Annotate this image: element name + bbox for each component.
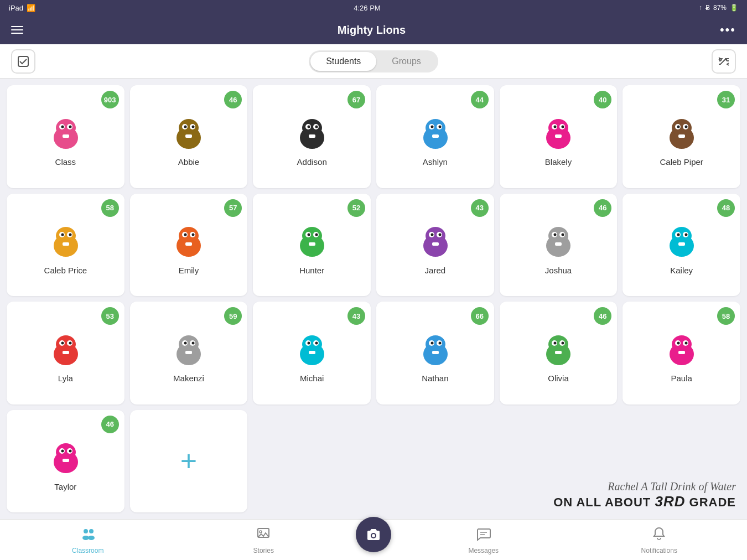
- svg-point-36: [562, 125, 564, 128]
- student-card[interactable]: 67 Addison: [253, 85, 371, 188]
- more-button[interactable]: •••: [720, 23, 736, 37]
- student-card[interactable]: 52 Hunter: [253, 194, 371, 297]
- student-card[interactable]: 46 Abbie: [130, 85, 248, 188]
- svg-point-81: [672, 227, 692, 245]
- classroom-nav[interactable]: Classroom: [0, 526, 176, 554]
- classroom-label: Classroom: [72, 547, 103, 554]
- score-badge: 43: [471, 199, 489, 217]
- svg-point-7: [61, 125, 64, 128]
- ipad-label: iPad: [9, 4, 23, 12]
- svg-point-77: [554, 234, 557, 236]
- monster-avatar: [660, 325, 704, 369]
- svg-point-18: [302, 119, 322, 137]
- student-card[interactable]: 44 Ashlyn: [376, 85, 494, 188]
- student-card[interactable]: 46 Olivia: [500, 302, 618, 405]
- svg-point-99: [192, 341, 195, 344]
- svg-point-105: [308, 341, 310, 344]
- student-name: Olivia: [548, 374, 569, 383]
- score-badge: 40: [594, 91, 611, 108]
- score-badge: 67: [347, 91, 365, 108]
- student-card[interactable]: 43 Jared: [376, 194, 494, 297]
- hamburger-button[interactable]: [11, 26, 23, 34]
- student-card[interactable]: 58 Paula: [622, 302, 740, 405]
- svg-point-57: [192, 234, 195, 236]
- student-name: Ashlyn: [423, 157, 448, 167]
- score-badge: 44: [471, 91, 489, 108]
- svg-rect-135: [63, 459, 69, 462]
- student-card[interactable]: 48 Kailey: [622, 194, 740, 297]
- monster-avatar: [43, 433, 87, 478]
- messages-nav[interactable]: Messages: [396, 526, 572, 554]
- student-card[interactable]: 57 Emily: [130, 194, 248, 297]
- monster-avatar: [536, 217, 580, 261]
- top-nav: Mighty Lions •••: [0, 15, 747, 44]
- student-name: Joshua: [545, 266, 572, 275]
- student-name: Emily: [179, 266, 199, 275]
- svg-rect-114: [432, 351, 439, 354]
- svg-point-22: [315, 125, 318, 128]
- student-card[interactable]: 31 Caleb Piper: [622, 85, 740, 188]
- svg-point-106: [315, 341, 318, 344]
- check-button[interactable]: [11, 49, 35, 74]
- student-card[interactable]: 66 Nathan: [376, 302, 494, 405]
- svg-point-85: [685, 234, 688, 236]
- student-card[interactable]: 58 Caleb Price: [7, 194, 124, 297]
- svg-point-130: [56, 443, 76, 461]
- student-card[interactable]: 903 Class: [7, 85, 124, 188]
- student-card[interactable]: 46 Taylor: [7, 410, 124, 513]
- monster-avatar: [660, 217, 704, 261]
- svg-point-25: [426, 119, 445, 137]
- svg-point-126: [677, 341, 680, 344]
- camera-nav[interactable]: [351, 528, 396, 552]
- monster-avatar: [413, 325, 457, 369]
- student-name: Nathan: [422, 374, 448, 383]
- add-student-button[interactable]: +: [130, 410, 248, 513]
- svg-point-119: [554, 341, 557, 344]
- wifi-icon: 📶: [27, 4, 35, 12]
- svg-point-32: [548, 119, 568, 137]
- status-bar-left: iPad 📶: [9, 4, 35, 12]
- svg-point-8: [69, 125, 71, 128]
- svg-point-60: [302, 227, 322, 245]
- svg-rect-58: [185, 242, 192, 246]
- student-name: Caleb Piper: [660, 157, 703, 167]
- student-card[interactable]: 43 Michai: [253, 302, 371, 405]
- student-card[interactable]: 53 Lyla: [7, 302, 124, 405]
- groups-tab[interactable]: Groups: [376, 52, 436, 71]
- students-tab[interactable]: Students: [310, 52, 376, 71]
- student-name: Taylor: [54, 482, 76, 491]
- stories-icon: [256, 526, 271, 545]
- student-name: Lyla: [58, 374, 73, 383]
- svg-point-84: [677, 234, 680, 236]
- student-card[interactable]: 59 Makenzi: [130, 302, 248, 405]
- svg-point-42: [677, 125, 680, 128]
- svg-point-14: [184, 125, 187, 128]
- svg-point-109: [426, 335, 445, 353]
- svg-point-15: [192, 125, 195, 128]
- score-badge: 58: [717, 307, 735, 325]
- svg-rect-23: [309, 134, 315, 138]
- score-badge: 903: [101, 91, 119, 108]
- stories-nav[interactable]: Stories: [176, 526, 352, 554]
- svg-point-123: [672, 335, 692, 353]
- student-card[interactable]: 40 Blakely: [500, 85, 618, 188]
- svg-point-78: [562, 234, 564, 236]
- svg-point-70: [430, 234, 433, 236]
- notifications-icon: [651, 526, 667, 545]
- svg-point-137: [89, 529, 94, 533]
- score-badge: 46: [594, 307, 611, 325]
- svg-rect-100: [185, 351, 192, 354]
- notifications-nav[interactable]: Notifications: [572, 526, 748, 554]
- notifications-label: Notifications: [641, 547, 677, 554]
- svg-rect-9: [63, 134, 69, 138]
- svg-point-113: [438, 341, 441, 344]
- monster-avatar: [290, 217, 334, 261]
- monster-avatar: [43, 108, 87, 153]
- svg-point-139: [88, 536, 95, 540]
- svg-rect-16: [185, 134, 192, 138]
- status-bar-right: ↑ Ƀ 87% 🔋: [699, 4, 738, 12]
- svg-rect-30: [432, 134, 439, 138]
- student-card[interactable]: 46 Joshua: [500, 194, 618, 297]
- shuffle-button[interactable]: [712, 49, 736, 74]
- camera-button[interactable]: [356, 517, 391, 552]
